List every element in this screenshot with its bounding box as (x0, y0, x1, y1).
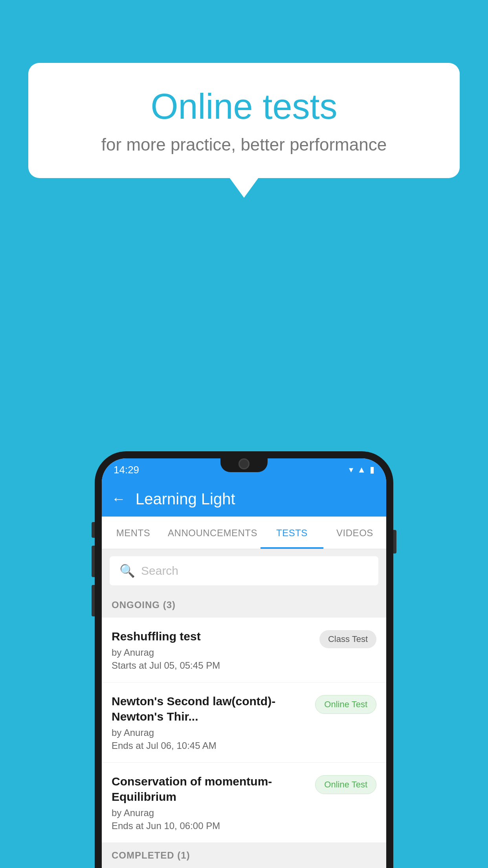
tabs-container: MENTS ANNOUNCEMENTS TESTS VIDEOS (102, 517, 386, 549)
test-info: Conservation of momentum-Equilibrium by … (112, 774, 315, 831)
volume-down-button (92, 585, 95, 616)
test-author: by Anurag (112, 727, 309, 738)
test-item[interactable]: Conservation of momentum-Equilibrium by … (102, 763, 386, 843)
tab-videos[interactable]: VIDEOS (323, 517, 386, 549)
phone-screen: 14:29 ▾ ▲ ▮ ← Learning Light MENTS ANNOU… (102, 458, 386, 868)
bubble-subtitle: for more practice, better performance (60, 135, 428, 154)
ongoing-section-header: ONGOING (3) (102, 592, 386, 618)
signal-icon: ▲ (357, 465, 366, 475)
power-button-left (92, 522, 95, 538)
test-info: Newton's Second law(contd)-Newton's Thir… (112, 693, 315, 751)
test-item[interactable]: Reshuffling test by Anurag Starts at Jul… (102, 618, 386, 682)
phone-camera (238, 458, 250, 469)
tab-ments[interactable]: MENTS (102, 517, 165, 549)
test-badge-online-2: Online Test (315, 775, 376, 794)
app-title: Learning Light (136, 490, 235, 508)
completed-section-header: COMPLETED (1) (102, 843, 386, 868)
test-item[interactable]: Newton's Second law(contd)-Newton's Thir… (102, 682, 386, 763)
volume-up-button (92, 546, 95, 577)
test-name: Conservation of momentum-Equilibrium (112, 774, 309, 804)
test-info: Reshuffling test by Anurag Starts at Jul… (112, 629, 319, 671)
test-time: Ends at Jun 10, 06:00 PM (112, 820, 309, 831)
bubble-title: Online tests (60, 86, 428, 127)
test-name: Newton's Second law(contd)-Newton's Thir… (112, 693, 309, 724)
search-icon: 🔍 (119, 563, 135, 578)
test-author: by Anurag (112, 807, 309, 818)
battery-icon: ▮ (370, 465, 374, 475)
test-badge-class: Class Test (319, 630, 376, 648)
status-icons: ▾ ▲ ▮ (349, 465, 374, 475)
search-placeholder: Search (141, 564, 178, 577)
back-button[interactable]: ← (112, 491, 126, 507)
speech-bubble: Online tests for more practice, better p… (28, 63, 460, 178)
test-time: Starts at Jul 05, 05:45 PM (112, 660, 314, 671)
tab-announcements[interactable]: ANNOUNCEMENTS (165, 517, 261, 549)
phone-wrapper: 14:29 ▾ ▲ ▮ ← Learning Light MENTS ANNOU… (95, 451, 393, 868)
test-list: Reshuffling test by Anurag Starts at Jul… (102, 618, 386, 843)
test-name: Reshuffling test (112, 629, 314, 644)
app-bar: ← Learning Light (102, 481, 386, 517)
volume-button-right (393, 530, 396, 554)
test-time: Ends at Jul 06, 10:45 AM (112, 740, 309, 751)
status-time: 14:29 (114, 464, 139, 476)
speech-bubble-container: Online tests for more practice, better p… (28, 63, 460, 178)
wifi-icon: ▾ (349, 465, 353, 475)
search-container: 🔍 Search (102, 549, 386, 592)
search-bar[interactable]: 🔍 Search (110, 556, 378, 585)
test-author: by Anurag (112, 647, 314, 658)
tab-tests[interactable]: TESTS (261, 517, 323, 549)
test-badge-online: Online Test (315, 695, 376, 714)
phone-outer: 14:29 ▾ ▲ ▮ ← Learning Light MENTS ANNOU… (95, 451, 393, 868)
